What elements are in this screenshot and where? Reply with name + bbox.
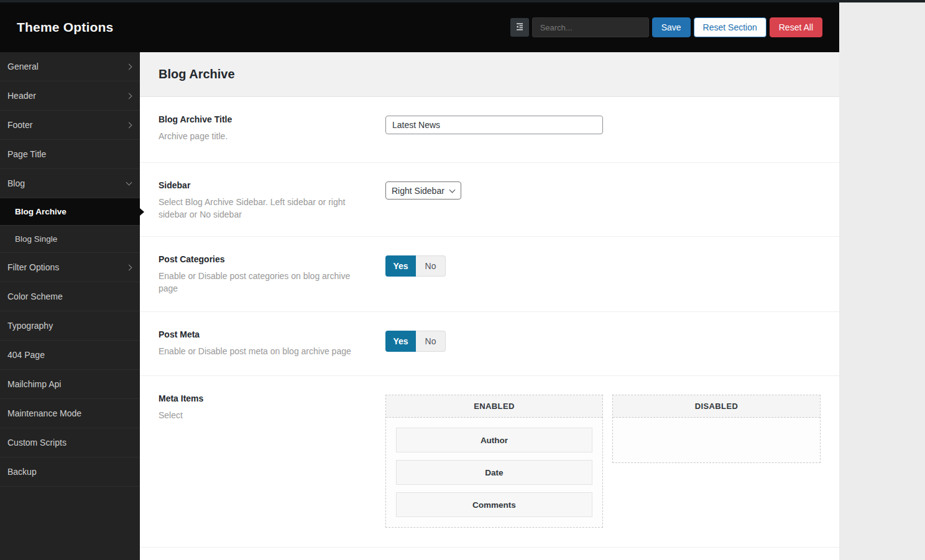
sidebar-item-label: Color Scheme bbox=[7, 291, 63, 301]
panel-body: General Header Footer Page Title Blog bbox=[0, 52, 839, 560]
meta-items-sorter: ENABLED Author Date Comments DISABLED bbox=[385, 395, 821, 528]
blog-archive-title-input[interactable] bbox=[385, 116, 603, 134]
sidebar-item-label: Filter Options bbox=[7, 262, 59, 272]
options-sidebar: General Header Footer Page Title Blog bbox=[0, 52, 140, 560]
sidebar-item-label: General bbox=[7, 62, 39, 71]
save-button[interactable]: Save bbox=[652, 17, 691, 37]
search-input[interactable] bbox=[532, 17, 649, 37]
sidebar-item-general[interactable]: General bbox=[0, 52, 140, 81]
field-left: Blog Archive Title Archive page title. bbox=[159, 114, 385, 162]
sidebar-item-label: 404 Page bbox=[7, 350, 45, 360]
field-control: Right Sidebar bbox=[385, 181, 461, 236]
toggle-no-option[interactable]: No bbox=[416, 331, 446, 352]
sorter-enabled-header: ENABLED bbox=[386, 395, 602, 418]
options-content: Blog Archive Blog Archive Title Archive … bbox=[140, 52, 839, 560]
page-title: Blog Archive bbox=[159, 67, 235, 81]
toggle-yes-option[interactable]: Yes bbox=[385, 331, 416, 352]
field-blog-archive-title: Blog Archive Title Archive page title. bbox=[140, 97, 839, 163]
field-control bbox=[385, 116, 603, 162]
sorter-disabled-box: DISABLED bbox=[612, 395, 821, 463]
sidebar-item-page-title[interactable]: Page Title bbox=[0, 140, 140, 169]
field-post-meta: Post Meta Enable or Disable post meta on… bbox=[140, 312, 839, 376]
sidebar-item-typography[interactable]: Typography bbox=[0, 311, 140, 341]
sidebar-item-label: Blog Single bbox=[15, 234, 57, 244]
sidebar-item-label: Mailchimp Api bbox=[7, 379, 61, 389]
sidebar-item-label: Backup bbox=[7, 467, 37, 477]
sorter-item-comments[interactable]: Comments bbox=[396, 492, 592, 517]
sidebar-item-label: Header bbox=[7, 91, 36, 101]
sidebar-item-label: Blog bbox=[7, 178, 25, 188]
sidebar-item-label: Footer bbox=[7, 120, 32, 130]
sorter-disabled-header: DISABLED bbox=[613, 395, 820, 418]
sidebar-item-label: Page Title bbox=[7, 149, 46, 159]
sidebar-item-custom-scripts[interactable]: Custom Scripts bbox=[0, 428, 140, 457]
field-sidebar: Sidebar Select Blog Archive Sidebar. Lef… bbox=[140, 163, 839, 237]
sidebar-select[interactable]: Right Sidebar bbox=[385, 181, 461, 200]
field-left: Meta Items Select bbox=[159, 393, 385, 547]
sidebar-item-footer[interactable]: Footer bbox=[0, 111, 140, 140]
post-meta-toggle: Yes No bbox=[385, 331, 446, 352]
field-post-categories: Post Categories Enable or Disable post c… bbox=[140, 237, 839, 312]
field-desc: Enable or Disable post meta on blog arch… bbox=[159, 345, 367, 357]
field-desc: Select Blog Archive Sidebar. Left sideba… bbox=[159, 196, 367, 221]
field-label: Post Meta bbox=[159, 329, 385, 339]
field-left: Post Meta Enable or Disable post meta on… bbox=[159, 329, 385, 375]
field-label: Sidebar bbox=[159, 180, 385, 190]
sidebar-item-blog-archive[interactable]: Blog Archive bbox=[0, 198, 140, 226]
sorter-item-author[interactable]: Author bbox=[396, 428, 592, 452]
expand-options-button[interactable] bbox=[510, 18, 529, 37]
sorter-item-date[interactable]: Date bbox=[396, 460, 592, 485]
chevron-right-icon bbox=[126, 122, 132, 128]
sidebar-item-mailchimp-api[interactable]: Mailchimp Api bbox=[0, 370, 140, 399]
header-controls: Save Reset Section Reset All bbox=[510, 17, 822, 37]
chevron-right-icon bbox=[126, 63, 132, 70]
field-label: Blog Archive Title bbox=[159, 114, 385, 124]
select-value: Right Sidebar bbox=[392, 186, 444, 196]
field-control: ENABLED Author Date Comments DISABLED bbox=[385, 395, 821, 547]
field-label: Post Categories bbox=[159, 254, 385, 264]
theme-options-panel: Theme Options bbox=[0, 2, 839, 560]
sidebar-item-backup[interactable]: Backup bbox=[0, 457, 140, 487]
sidebar-item-filter-options[interactable]: Filter Options bbox=[0, 253, 140, 282]
sorter-enabled-body: Author Date Comments bbox=[386, 418, 602, 527]
field-left: Sidebar Select Blog Archive Sidebar. Lef… bbox=[159, 180, 385, 236]
sidebar-item-label: Blog Archive bbox=[15, 207, 67, 216]
active-item-pointer bbox=[140, 208, 144, 216]
reset-all-button[interactable]: Reset All bbox=[770, 17, 822, 37]
sidebar-item-blog-single[interactable]: Blog Single bbox=[0, 226, 140, 253]
sidebar-item-color-scheme[interactable]: Color Scheme bbox=[0, 282, 140, 311]
field-control: Yes No bbox=[385, 255, 446, 311]
sidebar-item-label: Custom Scripts bbox=[7, 438, 67, 448]
field-label: Meta Items bbox=[159, 393, 385, 403]
sidebar-item-blog[interactable]: Blog bbox=[0, 169, 140, 198]
field-control: Yes No bbox=[385, 331, 446, 375]
outdent-icon bbox=[515, 22, 525, 34]
field-left: Post Categories Enable or Disable post c… bbox=[159, 254, 385, 311]
page-layout: Theme Options bbox=[0, 2, 925, 560]
sidebar-item-maintenance-mode[interactable]: Maintenance Mode bbox=[0, 399, 140, 428]
chevron-right-icon bbox=[126, 93, 132, 99]
reset-section-button[interactable]: Reset Section bbox=[694, 17, 766, 37]
field-meta-items: Meta Items Select ENABLED Author Date Co… bbox=[140, 376, 839, 548]
sidebar-item-header[interactable]: Header bbox=[0, 81, 140, 111]
chevron-down-icon bbox=[449, 186, 456, 193]
chevron-down-icon bbox=[126, 180, 132, 186]
chevron-right-icon bbox=[126, 264, 132, 270]
content-header: Blog Archive bbox=[140, 52, 839, 97]
toggle-yes-option[interactable]: Yes bbox=[385, 255, 416, 277]
field-desc: Archive page title. bbox=[159, 130, 367, 142]
field-desc: Select bbox=[159, 409, 367, 421]
post-categories-toggle: Yes No bbox=[385, 255, 446, 277]
panel-header: Theme Options bbox=[0, 2, 839, 52]
toggle-no-option[interactable]: No bbox=[416, 255, 446, 277]
sidebar-item-label: Maintenance Mode bbox=[7, 408, 81, 418]
panel-title: Theme Options bbox=[17, 20, 113, 35]
sorter-disabled-body bbox=[613, 418, 820, 462]
sorter-enabled-box: ENABLED Author Date Comments bbox=[385, 395, 603, 528]
page-background bbox=[839, 2, 925, 560]
sidebar-item-label: Typography bbox=[7, 321, 53, 331]
sidebar-item-404-page[interactable]: 404 Page bbox=[0, 341, 140, 370]
field-desc: Enable or Disable post categories on blo… bbox=[159, 270, 367, 295]
